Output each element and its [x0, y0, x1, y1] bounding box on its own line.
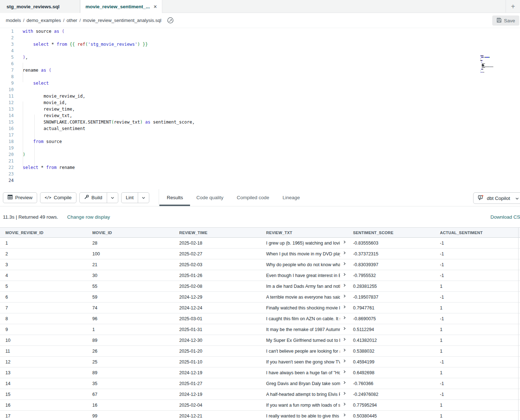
expand-cell-icon[interactable]	[343, 305, 346, 310]
column-header: SENTIMENT_SCORE	[348, 228, 435, 237]
expand-cell-icon[interactable]	[343, 370, 346, 375]
table-cell: -0.8690075	[348, 313, 435, 324]
table-cell: 26	[87, 346, 174, 356]
table-cell: Greg Davis and Bryan Daly take some …	[261, 378, 348, 389]
table-cell: -1	[435, 313, 520, 324]
breadcrumb-other: other	[67, 18, 78, 23]
table-cell: 2025-01-27	[174, 378, 261, 389]
code-icon: </>	[45, 196, 51, 200]
expand-cell-icon[interactable]	[343, 326, 346, 331]
review-text: If you haven't seen the gong show TV s…	[266, 359, 340, 365]
table-cell: 0.4594199	[348, 357, 435, 367]
line-number: 18	[0, 138, 14, 145]
expand-cell-icon[interactable]	[343, 413, 346, 418]
expand-cell-icon[interactable]	[343, 316, 346, 321]
table-cell: If you want a fun romp with loads of s…	[261, 400, 348, 410]
lint-dropdown-toggle[interactable]	[138, 193, 149, 203]
table-row: 13892024-12-19I have always been a huge …	[0, 367, 520, 378]
tab-label: movie_review_sentiment_...	[85, 4, 150, 9]
expand-cell-icon[interactable]	[343, 251, 346, 256]
expand-cell-icon[interactable]	[343, 380, 346, 385]
expand-cell-icon[interactable]	[343, 402, 346, 407]
compile-button[interactable]: </> Compile	[40, 192, 76, 203]
new-tab-button[interactable]: +	[506, 0, 520, 13]
column-header: MOVIE_ID	[87, 228, 174, 237]
build-button[interactable]: Build	[79, 192, 118, 203]
line-number: 6	[0, 61, 14, 67]
tab-lineage[interactable]: Lineage	[283, 189, 300, 206]
expand-cell-icon[interactable]	[343, 359, 346, 364]
table-cell: My Super Ex Girlfriend turned out to b…	[261, 335, 348, 345]
table-cell: 25	[87, 357, 174, 367]
table-cell: 0.50380445	[348, 411, 435, 420]
table-cell: 2025-02-18	[174, 238, 261, 248]
table-cell: -1	[435, 238, 520, 248]
editor-minimap[interactable]	[480, 55, 504, 75]
dbt-copilot-button[interactable]: dbt Copilot	[473, 192, 520, 204]
line-number: 1	[0, 28, 14, 35]
table-cell: 28	[87, 238, 174, 248]
table-row: 17992024-12-21I really wanted to be able…	[0, 411, 520, 420]
lint-button[interactable]: Lint	[121, 192, 150, 203]
line-number: 14	[0, 112, 14, 119]
expand-cell-icon[interactable]	[343, 391, 346, 396]
preview-button[interactable]: Preview	[3, 192, 37, 203]
table-cell: Finally watched this shocking movie la…	[261, 303, 348, 313]
table-cell: 1	[435, 335, 520, 345]
breadcrumb-separator: /	[23, 18, 25, 23]
table-cell: 2025-01-31	[174, 324, 261, 335]
table-cell: 1	[435, 324, 520, 335]
table-cell: 2024-12-30	[174, 335, 261, 345]
table-cell: 89	[87, 335, 174, 345]
table-cell: -0.24976082	[348, 389, 435, 399]
breadcrumb-demo-examples: demo_examples	[27, 18, 61, 23]
table-cell: Why do people who do not know what…	[261, 259, 348, 270]
table-cell: 2025-01-10	[174, 357, 261, 367]
copilot-chat-icon	[478, 195, 484, 202]
table-row: 11262025-01-20I can't believe people are…	[0, 346, 520, 357]
table-cell: -0.83555603	[348, 238, 435, 248]
expand-cell-icon[interactable]	[343, 240, 346, 245]
table-cell: 1	[435, 303, 520, 313]
line-number: 20	[0, 151, 14, 158]
table-row: 15672024-12-19A half-hearted attempt to …	[0, 389, 520, 400]
toolbar-divider	[159, 189, 159, 206]
table-cell: 2024-12-19	[174, 389, 261, 399]
expand-cell-icon[interactable]	[343, 294, 346, 299]
table-cell: -0.760366	[348, 378, 435, 389]
compile-label: Compile	[54, 195, 72, 200]
expand-cell-icon[interactable]	[343, 283, 346, 288]
table-cell: 7	[0, 303, 87, 313]
review-text: Im a die hard Dads Army fan and nothi…	[266, 284, 340, 289]
tab-label: Compiled code	[237, 195, 269, 200]
table-row: 4302025-01-26Even though I have great in…	[0, 270, 520, 281]
table-cell: 67	[87, 389, 174, 399]
tab-results[interactable]: Results	[167, 189, 183, 206]
results-body: 1282025-02-18I grew up (b. 1965) watchin…	[0, 238, 520, 420]
table-cell: 2025-02-27	[174, 249, 261, 259]
table-cell: 1	[435, 346, 520, 356]
tab-stg-movie-reviews[interactable]: stg_movie_reviews.sql	[0, 0, 80, 13]
expand-cell-icon[interactable]	[343, 337, 346, 342]
chevron-down-icon	[515, 196, 519, 201]
table-cell: Even though I have great interest in Bi…	[261, 270, 348, 281]
change-row-display-link[interactable]: Change row display	[67, 214, 110, 220]
download-csv-link[interactable]: Download CSV	[490, 214, 520, 220]
table-row: 21002025-02-27When I put this movie in m…	[0, 249, 520, 259]
table-cell: -1	[435, 389, 520, 399]
tab-movie-review-sentiment[interactable]: movie_review_sentiment_... ×	[80, 0, 162, 13]
expand-cell-icon[interactable]	[343, 348, 346, 353]
sql-code-editor[interactable]: 123456789101112131415161718192021222324 …	[0, 28, 520, 189]
tab-code-quality[interactable]: Code quality	[196, 189, 223, 206]
result-tabs: Results Code quality Compiled code Linea…	[167, 189, 300, 206]
table-cell: -1	[435, 292, 520, 302]
save-button[interactable]: Save	[492, 15, 519, 26]
review-text: Why do people who do not know what…	[266, 262, 340, 267]
table-row: 8962025-03-01I caught this film on AZN o…	[0, 313, 520, 324]
tab-compiled-code[interactable]: Compiled code	[237, 189, 269, 206]
close-icon[interactable]: ×	[154, 4, 157, 10]
expand-cell-icon[interactable]	[343, 262, 346, 267]
expand-cell-icon[interactable]	[343, 272, 346, 277]
build-dropdown-toggle[interactable]	[107, 193, 118, 203]
save-icon	[497, 18, 502, 24]
